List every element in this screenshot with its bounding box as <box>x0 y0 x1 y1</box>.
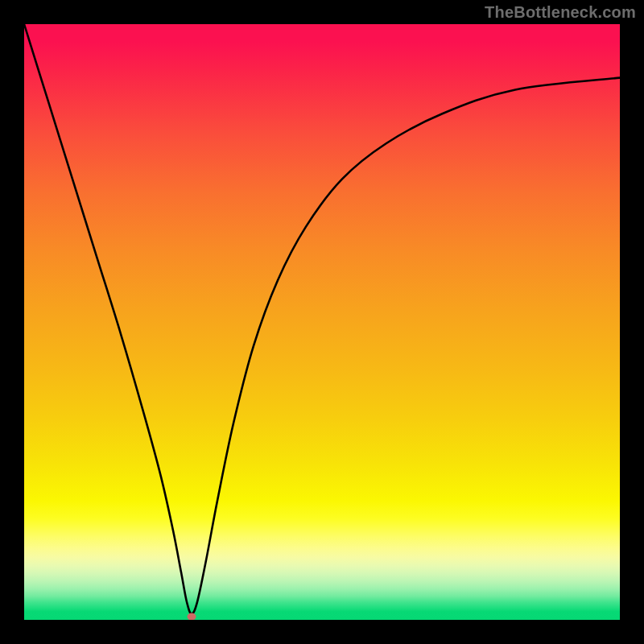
min-marker <box>188 613 196 620</box>
source-label: TheBottleneck.com <box>485 3 636 22</box>
chart-frame: TheBottleneck.com <box>0 0 644 644</box>
plot-area <box>24 24 620 620</box>
curve-svg <box>24 24 620 620</box>
bottleneck-curve <box>24 24 620 614</box>
